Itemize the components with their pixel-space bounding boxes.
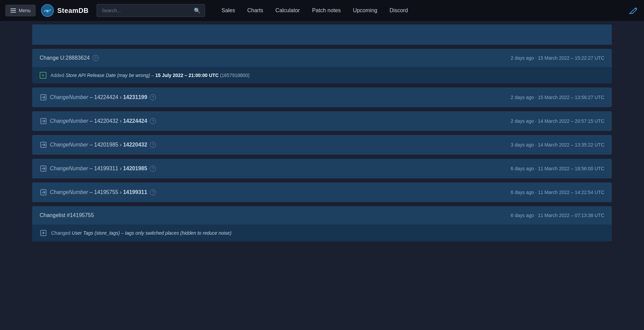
change-number-text-14224424: ChangeNumber – 14220432 › 14224424 xyxy=(50,118,147,124)
change-time-14220432: 3 days ago · 14 March 2022 – 13:35:22 UT… xyxy=(511,142,604,148)
change-number-icon-14231199 xyxy=(40,94,47,101)
change-row-14231199: ChangeNumber – 14224424 › 14231199 ? 2 d… xyxy=(32,88,612,107)
changed-icon-14195755 xyxy=(40,229,47,237)
change-time-changelist-14195755: 6 days ago · 11 March 2022 – 07:13:38 UT… xyxy=(511,213,604,218)
change-row-14201985: ChangeNumber – 14199311 › 14201985 ? 6 d… xyxy=(32,159,612,178)
svg-point-2 xyxy=(47,11,48,12)
change-time-14199311: 6 days ago · 11 March 2022 – 14:22:54 UT… xyxy=(511,190,604,195)
change-row-header-14199311: ChangeNumber – 14195755 › 14199311 ? 6 d… xyxy=(32,182,612,202)
change-row-header-28883624: Change U:28883624 ? 2 days ago · 15 Marc… xyxy=(32,49,612,67)
change-title-14220432: ChangeNumber – 14201985 › 14220432 ? xyxy=(40,141,156,149)
change-title-14224424: ChangeNumber – 14220432 › 14224424 ? xyxy=(40,117,156,125)
change-title-28883624: Change U:28883624 ? xyxy=(40,55,99,61)
change-title-14201985: ChangeNumber – 14199311 › 14201985 ? xyxy=(40,165,156,172)
change-number-icon-14224424 xyxy=(40,117,47,125)
partial-top-row xyxy=(32,24,612,45)
change-body-text-28883624: Added Store API Release Date (may be wro… xyxy=(51,73,249,78)
help-icon-14231199[interactable]: ? xyxy=(150,94,156,100)
change-body-changelist-14195755: Changed User Tags (store_tags) – tags on… xyxy=(32,225,612,241)
change-time-14231199: 2 days ago · 15 March 2022 – 13:56:27 UT… xyxy=(511,95,604,100)
change-number-text-14220432: ChangeNumber – 14201985 › 14220432 xyxy=(50,142,147,148)
change-number-text-14199311: ChangeNumber – 14195755 › 14199311 xyxy=(50,189,147,195)
main-content: Change U:28883624 ? 2 days ago · 15 Marc… xyxy=(0,21,644,241)
nav-link-charts[interactable]: Charts xyxy=(242,5,268,16)
change-row-header-changelist-14195755: Changelist #14195755 6 days ago · 11 Mar… xyxy=(32,206,612,225)
change-number-icon-14201985 xyxy=(40,165,47,172)
change-title-changelist-14195755: Changelist #14195755 xyxy=(40,212,94,218)
edit-icon-button[interactable] xyxy=(628,5,639,17)
changelist-title-text: Changelist #14195755 xyxy=(40,212,94,218)
change-row-28883624: Change U:28883624 ? 2 days ago · 15 Marc… xyxy=(32,49,612,83)
help-icon-14199311[interactable]: ? xyxy=(150,189,156,195)
menu-button[interactable]: Menu xyxy=(5,5,36,16)
steamdb-logo-icon xyxy=(41,4,54,17)
change-body-28883624: + Added Store API Release Date (may be w… xyxy=(32,67,612,83)
change-row-header-14201985: ChangeNumber – 14199311 › 14201985 ? 6 d… xyxy=(32,159,612,178)
change-title-14199311: ChangeNumber – 14195755 › 14199311 ? xyxy=(40,189,156,196)
search-button[interactable]: 🔍 xyxy=(190,5,205,17)
nav-link-patch-notes[interactable]: Patch notes xyxy=(307,5,346,16)
help-icon-14220432[interactable]: ? xyxy=(150,142,156,148)
change-title-14231199: ChangeNumber – 14224424 › 14231199 ? xyxy=(40,94,156,101)
change-row-14220432: ChangeNumber – 14201985 › 14220432 ? 3 d… xyxy=(32,135,612,155)
change-number-icon-14199311 xyxy=(40,189,47,196)
change-number-text-14201985: ChangeNumber – 14199311 › 14201985 xyxy=(50,166,147,172)
change-time-14224424: 2 days ago · 14 March 2022 – 20:57:15 UT… xyxy=(511,118,604,124)
nav-link-calculator[interactable]: Calculator xyxy=(270,5,305,16)
help-icon-14224424[interactable]: ? xyxy=(150,118,156,124)
change-row-changelist-14195755: Changelist #14195755 6 days ago · 11 Mar… xyxy=(32,206,612,241)
change-time-28883624: 2 days ago · 15 March 2022 – 15:22:27 UT… xyxy=(511,55,604,61)
menu-icon xyxy=(11,8,16,13)
help-icon-14201985[interactable]: ? xyxy=(150,166,156,172)
logo-text: SteamDB xyxy=(57,7,88,15)
nav-link-discord[interactable]: Discord xyxy=(384,5,413,16)
nav-link-sales[interactable]: Sales xyxy=(216,5,240,16)
change-row-14224424: ChangeNumber – 14220432 › 14224424 ? 2 d… xyxy=(32,111,612,131)
search-input[interactable] xyxy=(97,4,190,17)
nav-links: Sales Charts Calculator Patch notes Upco… xyxy=(216,5,625,16)
change-row-header-14224424: ChangeNumber – 14220432 › 14224424 ? 2 d… xyxy=(32,111,612,131)
nav-link-upcoming[interactable]: Upcoming xyxy=(347,5,383,16)
search-container: 🔍 xyxy=(97,4,205,17)
change-row-header-14220432: ChangeNumber – 14201985 › 14220432 ? 3 d… xyxy=(32,135,612,155)
change-row-14199311: ChangeNumber – 14195755 › 14199311 ? 6 d… xyxy=(32,182,612,202)
help-icon-28883624[interactable]: ? xyxy=(93,55,99,61)
logo-link[interactable]: SteamDB xyxy=(41,4,88,17)
edit-icon xyxy=(628,5,639,16)
navbar: Menu SteamDB 🔍 Sales Charts Calculator P… xyxy=(0,0,644,21)
plus-icon-28883624: + xyxy=(40,72,46,79)
change-number-text-14231199: ChangeNumber – 14224424 › 14231199 xyxy=(50,94,147,100)
change-row-header-14231199: ChangeNumber – 14224424 › 14231199 ? 2 d… xyxy=(32,88,612,107)
change-body-text-changelist-14195755: Changed User Tags (store_tags) – tags on… xyxy=(51,230,232,236)
menu-label: Menu xyxy=(19,8,31,13)
change-time-14201985: 6 days ago · 11 March 2022 – 18:56:00 UT… xyxy=(511,166,604,171)
change-title-text-28883624: Change U:28883624 xyxy=(40,55,90,61)
change-number-icon-14220432 xyxy=(40,141,47,149)
